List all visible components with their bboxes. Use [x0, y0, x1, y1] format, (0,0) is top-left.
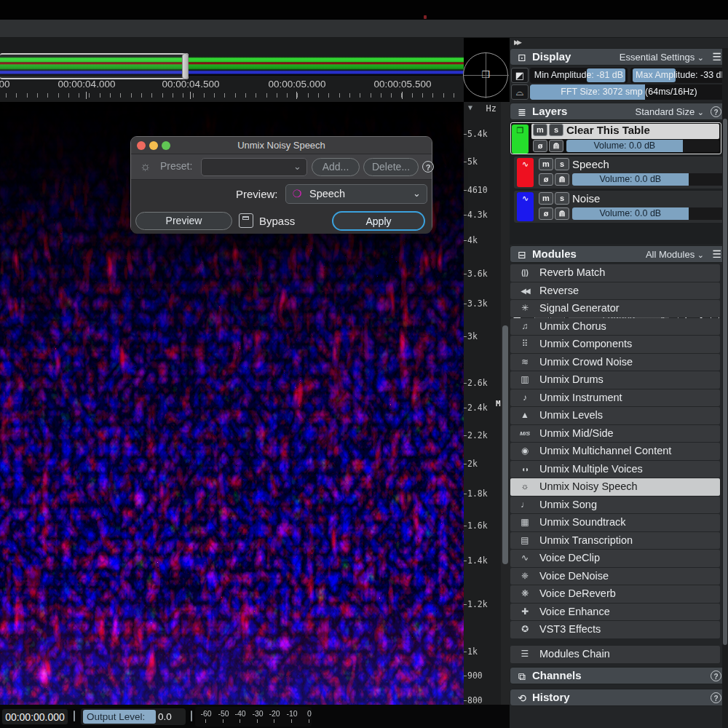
group-folder-chip[interactable]: ❐ — [512, 124, 529, 154]
waveform-overview-area[interactable]: 00:00:03.500 00:00:04.000 00:00:04.500 0… — [0, 38, 464, 102]
collapse-panels-icon[interactable]: ▶▶ — [514, 39, 520, 46]
max-amplitude-slider[interactable]: Max Amplitude: -33 dB — [630, 68, 728, 83]
modules-panel-header[interactable]: ⊟ Modules All Modules ⌄ ☰ — [510, 245, 728, 263]
module-item[interactable]: ♩ Unmix Song — [510, 496, 720, 514]
module-item[interactable]: ≋ Unmix Crowd Noise — [510, 354, 720, 371]
help-icon[interactable]: ? — [711, 692, 721, 703]
channels-panel-header[interactable]: ⧉ Channels ? — [510, 667, 728, 684]
playhead-timecode[interactable]: 00:00:00.000 — [1, 708, 68, 725]
module-item[interactable]: ✚ Voice Enhance — [510, 604, 720, 621]
chevron-down-icon: ⌄ — [413, 188, 421, 199]
module-item[interactable]: ✪ VST3 Effects — [510, 621, 720, 638]
pan-ball-control[interactable]: ❒ — [463, 52, 508, 98]
fft-size-slider[interactable]: FFT Size: 3072 smp (64ms/16Hz) — [530, 84, 728, 100]
layers-panel-header[interactable]: ≣ Layers Standard Size ⌄ ? — [510, 103, 728, 120]
module-item[interactable]: (|) Reverb Match — [510, 264, 720, 282]
overview-selection-range[interactable] — [0, 53, 189, 79]
amplitude-range-icon[interactable]: ◩ — [511, 68, 529, 83]
frequency-tick: 2k — [464, 459, 478, 469]
layers-panel-title: Layers — [532, 105, 567, 117]
module-item[interactable]: ✳ Signal Generator — [510, 300, 720, 317]
module-icon: ♪ — [516, 389, 534, 406]
solo-button[interactable]: s — [555, 158, 569, 170]
scrollbar-thumb[interactable] — [723, 119, 727, 645]
module-icon: ◉ — [516, 443, 534, 459]
panel-scrollbar[interactable] — [722, 48, 728, 728]
layer-name[interactable]: Noise — [572, 192, 600, 205]
layer-name[interactable]: Speech — [572, 158, 609, 170]
solo-button[interactable]: s — [555, 192, 569, 205]
scrollbar-thumb[interactable] — [502, 325, 508, 564]
noise-layer-chip[interactable]: ∿ — [517, 192, 534, 221]
module-item[interactable]: ▥ Unmix Drums — [510, 371, 720, 389]
layers-size-selector[interactable]: Standard Size ⌄ — [635, 106, 704, 117]
module-item[interactable]: ♫ Unmix Chorus — [510, 318, 720, 336]
fft-curve-icon[interactable]: ⌓ — [511, 84, 529, 100]
close-window-button[interactable] — [137, 141, 146, 150]
layer-row-group[interactable]: ❐ m s Clear This Table ø ⋒ Volume: 0.0 d… — [510, 122, 721, 154]
delete-preset-button[interactable]: Delete... — [363, 158, 419, 176]
mute-button[interactable]: m — [539, 158, 553, 170]
mute-button[interactable]: m — [533, 124, 547, 136]
phase-invert-button[interactable]: ø — [539, 207, 553, 220]
timeline-ruler[interactable]: 00:00:03.500 00:00:04.000 00:00:04.500 0… — [0, 77, 464, 102]
bypass-checkbox[interactable] — [239, 213, 253, 228]
preset-dropdown[interactable]: ⌄ — [201, 158, 307, 176]
frequency-tick: 800 — [464, 695, 483, 705]
hamburger-menu-icon[interactable]: ☰ — [712, 51, 721, 63]
frequency-scale[interactable]: ▼ Hz 5.4k 5k 4610 4.3k 4k 3.6k 3.3k 3k 2… — [464, 102, 501, 705]
history-panel-header[interactable]: ⟲ History ? — [510, 689, 728, 706]
module-item[interactable]: ❋ Voice DeReverb — [510, 585, 720, 603]
spectrogram-vertical-scrollbar[interactable] — [501, 102, 510, 705]
help-icon[interactable]: ? — [422, 161, 434, 173]
help-icon[interactable]: ? — [711, 106, 721, 117]
module-label: Unmix Noisy Speech — [539, 478, 638, 495]
minimize-window-button[interactable] — [149, 141, 158, 150]
add-preset-button[interactable]: Add... — [312, 158, 360, 176]
layer-row-speech[interactable]: ∿ m s Speech ø ⋒ Volume: 0.0 dB — [514, 157, 727, 189]
modules-filter-selector[interactable]: All Modules ⌄ — [646, 249, 704, 260]
module-item[interactable]: ▲ Unmix Levels — [510, 407, 720, 424]
layer-row-noise[interactable]: ∿ m s Noise ø ⋒ Volume: 0.0 dB — [514, 191, 727, 223]
hamburger-menu-icon[interactable]: ☰ — [712, 248, 721, 260]
module-item[interactable]: ♪ Unmix Instrument — [510, 389, 720, 407]
bypass-icon — [242, 216, 249, 220]
volume-slider[interactable]: Volume: 0.0 dB — [566, 140, 719, 152]
min-amplitude-slider[interactable]: Min Amplitude: -81 dB — [530, 68, 628, 83]
module-item[interactable]: ◀◀ Reverse — [510, 282, 720, 300]
display-panel-header[interactable]: ⊡ Display Essential Settings ⌄ ☰ — [510, 48, 728, 66]
module-item[interactable]: ◖◗ Unmix Multiple Voices — [510, 461, 720, 478]
merge-button[interactable]: ⋒ — [555, 207, 569, 220]
speech-layer-chip[interactable]: ∿ — [517, 158, 534, 187]
solo-button[interactable]: s — [549, 124, 563, 136]
display-settings-selector[interactable]: Essential Settings ⌄ — [620, 52, 704, 63]
module-item[interactable]: ◉ Unmix Multichannel Content — [510, 443, 720, 460]
modules-chain-item[interactable]: ☰ Modules Chain — [510, 646, 720, 663]
merge-button[interactable]: ⋒ — [549, 140, 563, 152]
merge-button[interactable]: ⋒ — [555, 173, 569, 186]
layer-name[interactable]: Clear This Table — [566, 124, 650, 136]
mute-button[interactable]: m — [539, 192, 553, 205]
selection-drag-handle[interactable] — [182, 53, 189, 79]
preview-target-dropdown[interactable]: ❍ Speech ⌄ — [285, 184, 427, 204]
module-item[interactable]: ⠿ Unmix Components — [510, 336, 720, 353]
module-item[interactable]: ☼ Unmix Noisy Speech — [510, 478, 720, 496]
output-level-control[interactable]: Output Level: 0.0 dB — [81, 708, 186, 725]
maximize-window-button[interactable] — [162, 141, 170, 150]
dialog-titlebar[interactable]: Unmix Noisy Speech — [131, 137, 432, 154]
module-item[interactable]: ▦ Unmix Soundtrack — [510, 514, 720, 531]
phase-invert-button[interactable]: ø — [539, 173, 553, 186]
module-item[interactable]: ▤ Unmix Transcription — [510, 532, 720, 550]
module-item[interactable]: ❈ Voice DeNoise — [510, 568, 720, 585]
module-item[interactable]: ∿ Voice DeClip — [510, 550, 720, 567]
frequency-tick: 3.6k — [464, 269, 488, 279]
volume-slider[interactable]: Volume: 0.0 dB — [572, 207, 725, 220]
volume-slider[interactable]: Volume: 0.0 dB — [572, 173, 725, 186]
module-item[interactable]: M/S Unmix Mid/Side — [510, 425, 720, 443]
help-icon[interactable]: ? — [711, 670, 721, 681]
preview-button[interactable]: Preview — [135, 212, 232, 230]
chevron-down-icon[interactable]: ▼ — [468, 103, 472, 111]
phase-invert-button[interactable]: ø — [533, 140, 547, 152]
apply-button[interactable]: Apply — [332, 211, 425, 231]
pan-cube-icon[interactable]: ❒ — [479, 68, 492, 82]
